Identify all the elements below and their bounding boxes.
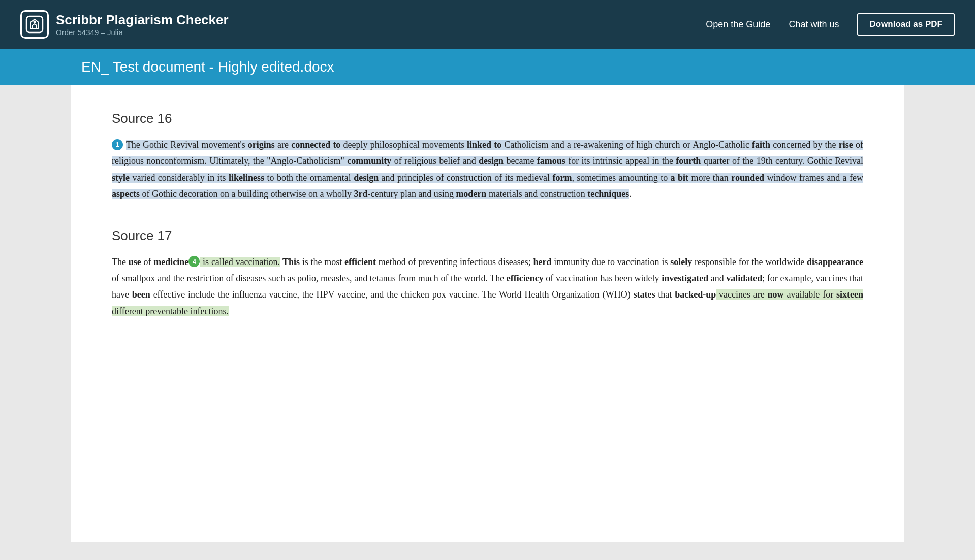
source-17-paragraph: The use of medicine4 is called vaccinati… <box>112 254 863 320</box>
open-guide-link[interactable]: Open the Guide <box>706 19 770 30</box>
source-16-paragraph: 1 The Gothic Revival movement's origins … <box>112 137 863 203</box>
site-header: Scribbr Plagiarism Checker Order 54349 –… <box>0 0 975 49</box>
badge-1: 1 <box>112 139 123 150</box>
logo-area: Scribbr Plagiarism Checker Order 54349 –… <box>20 10 706 39</box>
header-nav: Open the Guide Chat with us Download as … <box>706 13 955 36</box>
chat-link[interactable]: Chat with us <box>789 19 839 30</box>
content-wrapper: Source 16 1 The Gothic Revival movement'… <box>0 85 975 542</box>
svg-point-1 <box>34 21 36 23</box>
right-gutter <box>904 85 975 542</box>
order-info: Order 54349 – Julia <box>56 28 229 37</box>
logo-text: Scribbr Plagiarism Checker Order 54349 –… <box>56 12 229 37</box>
source-16-heading: Source 16 <box>112 111 863 126</box>
badge-4: 4 <box>188 256 200 267</box>
left-gutter <box>0 85 71 542</box>
logo-icon <box>20 10 49 39</box>
source-17-heading: Source 17 <box>112 228 863 244</box>
text-segment-hl: is called vaccination. <box>200 257 280 267</box>
title-bar: EN_ Test document - Highly edited.docx <box>0 49 975 85</box>
document-filename: EN_ Test document - Highly edited.docx <box>81 59 894 75</box>
text-segment: The Gothic Revival movement's origins ar… <box>112 140 863 199</box>
source-17-section: Source 17 The use of medicine4 is called… <box>112 228 863 320</box>
document-area: Source 16 1 The Gothic Revival movement'… <box>71 85 904 542</box>
app-title: Scribbr Plagiarism Checker <box>56 12 229 28</box>
text-segment-hl2: vaccines are now available for sixteen d… <box>112 289 863 316</box>
source-16-section: Source 16 1 The Gothic Revival movement'… <box>112 111 863 203</box>
download-pdf-button[interactable]: Download as PDF <box>857 13 955 36</box>
period-16: . <box>629 189 632 199</box>
